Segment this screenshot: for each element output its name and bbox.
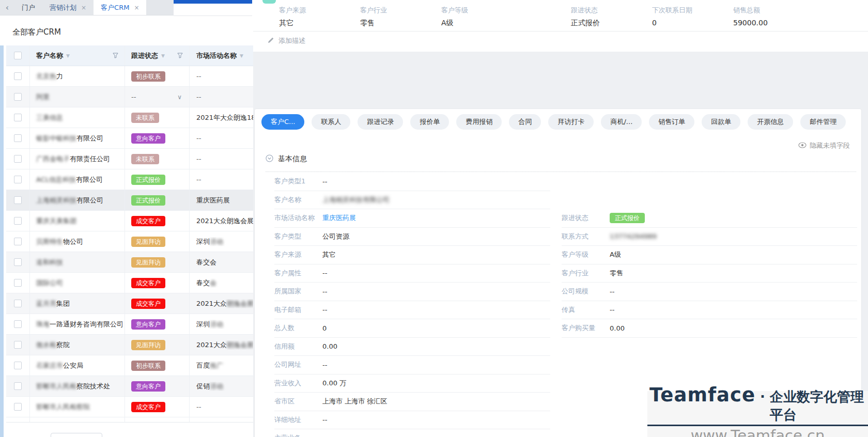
select-all-checkbox[interactable] <box>14 52 22 59</box>
row-checkbox[interactable] <box>14 134 22 142</box>
customer-name-cell[interactable]: 三美信息 <box>30 107 125 128</box>
customer-name-cell[interactable]: 阿里 <box>30 87 125 107</box>
detail-tab-商机/...[interactable]: 商机/... <box>601 114 642 130</box>
customer-name-cell[interactable]: 衡水检察院 <box>30 335 125 355</box>
row-checkbox[interactable] <box>14 341 22 349</box>
add-description-button[interactable]: 添加描述 <box>268 36 305 45</box>
follow-status-cell[interactable]: 成交客户 <box>125 397 190 417</box>
back-chevron-icon[interactable]: ‹ <box>0 0 14 15</box>
detail-tab-费用报销[interactable]: 费用报销 <box>456 114 502 130</box>
tab-close-icon[interactable]: × <box>134 5 139 11</box>
table-row[interactable]: 银影中银科技有限公司意向客户-- <box>6 128 253 149</box>
row-checkbox[interactable] <box>14 403 22 411</box>
follow-status-cell[interactable]: 未联系 <box>125 107 190 128</box>
customer-name-cell[interactable]: 邯郸市人民检察院 <box>30 397 125 417</box>
table-row[interactable]: 道和科技见面拜访春交会 <box>6 252 253 273</box>
follow-status-cell[interactable]: --∨ <box>125 87 190 107</box>
table-row[interactable]: 衡水检察院见面拜访2021大众朗逸会展车辆 <box>6 335 253 355</box>
table-row[interactable]: 石家庄市公安局初步联系百度推广 <box>6 355 253 376</box>
table-row[interactable]: 国际公司成交客户春交会 <box>6 273 253 293</box>
tab-客户CRM[interactable]: 客户CRM× <box>94 0 146 15</box>
row-checkbox[interactable] <box>14 114 22 121</box>
table-row[interactable]: 上海精灵科技有限公司正式报价重庆医药展 <box>6 190 253 211</box>
follow-status-cell[interactable]: 正式报价 <box>125 190 190 210</box>
follow-status-cell[interactable]: 见面拜访 <box>125 231 190 252</box>
row-checkbox[interactable] <box>14 196 22 204</box>
table-row[interactable]: 三美信息未联系2021年大众朗逸180箱 <box>6 107 253 128</box>
field-value-link[interactable]: 重庆医药展 <box>322 213 356 223</box>
table-row[interactable]: 珠海一路通财务咨询有限公司意向客户深圳活动 <box>6 314 253 335</box>
customer-name-cell[interactable]: 邯郸市人民检察院技术处 <box>30 376 125 396</box>
customer-name-cell[interactable]: 道和科技 <box>30 252 125 272</box>
table-row[interactable]: 邯郸市人民检察院成交客户-- <box>6 397 253 417</box>
customer-name-cell[interactable]: 石家庄市公安局 <box>30 355 125 376</box>
detail-tab-开票信息[interactable]: 开票信息 <box>748 114 793 130</box>
hide-empty-fields-toggle[interactable]: 隐藏未填字段 <box>798 141 850 150</box>
sort-caret-icon[interactable]: ▼ <box>161 53 165 58</box>
follow-status-cell[interactable]: 成交客户 <box>125 293 190 314</box>
table-row[interactable]: 广西金电子有限责任公司未联系-- <box>6 149 253 169</box>
detail-tab-销售订单[interactable]: 销售订单 <box>649 114 694 130</box>
customer-name-cell[interactable]: 重庆天美集团 <box>30 211 125 231</box>
detail-tab-报价单[interactable]: 报价单 <box>410 114 449 130</box>
follow-status-cell[interactable]: 未联系 <box>125 149 190 169</box>
customer-name-cell[interactable]: 北京热力 <box>30 66 125 86</box>
row-checkbox[interactable] <box>14 93 22 101</box>
table-row[interactable]: 北京热力初步联系-- <box>6 66 253 87</box>
customer-name-cell[interactable]: 蓝月亮集团 <box>30 293 125 314</box>
follow-status-cell[interactable]: 见面拜访 <box>125 335 190 355</box>
follow-status-cell[interactable]: 见面拜访 <box>125 252 190 272</box>
table-row[interactable]: 贝斯特生物公司见面拜访深圳活动 <box>6 231 253 252</box>
detail-tab-合同[interactable]: 合同 <box>509 114 541 130</box>
follow-status-cell[interactable]: 成交客户 <box>125 211 190 231</box>
tab-门户[interactable]: 门户 <box>14 0 42 15</box>
customer-name-cell[interactable]: 广西金电子有限责任公司 <box>30 149 125 169</box>
customer-name-cell[interactable]: 国际公司 <box>30 273 125 293</box>
follow-status-cell[interactable]: 意向客户 <box>125 376 190 396</box>
filter-funnel-icon[interactable] <box>177 53 183 58</box>
header-customer-name[interactable]: 客户名称 ▼ <box>30 45 125 66</box>
detail-tab-拜访打卡[interactable]: 拜访打卡 <box>548 114 594 130</box>
tab-营销计划[interactable]: 营销计划× <box>42 0 94 15</box>
follow-status-cell[interactable]: 意向客户 <box>125 128 190 148</box>
row-checkbox[interactable] <box>14 155 22 163</box>
page-size-select[interactable] <box>51 433 102 437</box>
row-checkbox[interactable] <box>14 382 22 390</box>
table-row[interactable]: ACL信息科技有限公司正式报价-- <box>6 169 253 190</box>
detail-tab-联系人[interactable]: 联系人 <box>312 114 350 130</box>
row-checkbox[interactable] <box>14 72 22 80</box>
row-checkbox[interactable] <box>14 176 22 183</box>
customer-name-cell[interactable]: 珠海一路通财务咨询有限公司 <box>30 314 125 334</box>
row-checkbox[interactable] <box>14 362 22 369</box>
chevron-down-icon[interactable]: ∨ <box>177 93 182 101</box>
customer-name-cell[interactable]: 上海精灵科技有限公司 <box>30 190 125 210</box>
table-row[interactable]: 邯郸市人民检察院技术处意向客户促销活动 <box>6 376 253 397</box>
row-checkbox[interactable] <box>14 238 22 245</box>
header-follow-status[interactable]: 跟进状态 ▼ <box>125 45 190 66</box>
detail-tab-邮件管理[interactable]: 邮件管理 <box>800 114 846 130</box>
row-checkbox[interactable] <box>14 279 22 287</box>
follow-status-cell[interactable]: 初步联系 <box>125 66 190 86</box>
sort-caret-icon[interactable]: ▼ <box>66 53 70 58</box>
row-checkbox[interactable] <box>14 300 22 307</box>
customer-name-cell[interactable]: 银影中银科技有限公司 <box>30 128 125 148</box>
left-scroll-strip[interactable] <box>0 45 4 437</box>
sort-caret-icon[interactable]: ▼ <box>240 53 243 58</box>
table-row[interactable]: 重庆天美集团成交客户2021大众朗逸会展车辆 <box>6 211 253 231</box>
follow-status-cell[interactable]: 意向客户 <box>125 314 190 334</box>
row-checkbox[interactable] <box>14 320 22 328</box>
table-row[interactable]: 蓝月亮集团成交客户2021大众朗逸会展车辆 <box>6 293 253 314</box>
table-row[interactable]: 阿里--∨-- <box>6 87 253 107</box>
customer-name-cell[interactable]: ACL信息科技有限公司 <box>30 169 125 190</box>
customer-name-cell[interactable]: 贝斯特生物公司 <box>30 231 125 252</box>
detail-tab-回款单[interactable]: 回款单 <box>702 114 740 130</box>
detail-tab-客户C...[interactable]: 客户C... <box>261 114 304 130</box>
tab-close-icon[interactable]: × <box>81 5 86 11</box>
row-checkbox[interactable] <box>14 217 22 225</box>
follow-status-cell[interactable]: 成交客户 <box>125 273 190 293</box>
filter-funnel-icon[interactable] <box>113 53 118 58</box>
detail-tab-跟进记录[interactable]: 跟进记录 <box>358 114 403 130</box>
header-campaign-name[interactable]: 市场活动名称 ▼ <box>190 51 253 60</box>
follow-status-cell[interactable]: 正式报价 <box>125 169 190 190</box>
collapse-icon[interactable] <box>266 154 273 164</box>
